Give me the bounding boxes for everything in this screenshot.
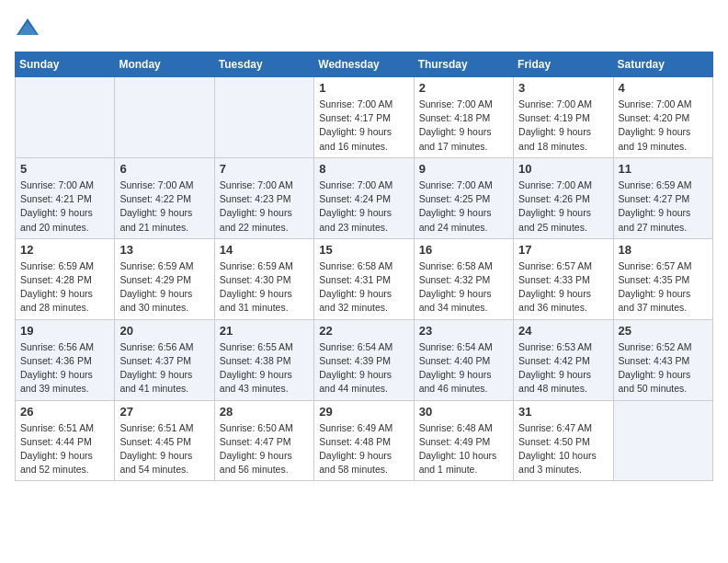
day-number: 15 bbox=[319, 243, 408, 257]
calendar-cell: 14Sunrise: 6:59 AMSunset: 4:30 PMDayligh… bbox=[214, 238, 313, 319]
day-number: 27 bbox=[119, 405, 209, 419]
cell-info: Sunrise: 6:47 AMSunset: 4:50 PMDaylight:… bbox=[518, 421, 608, 477]
calendar-cell: 27Sunrise: 6:51 AMSunset: 4:45 PMDayligh… bbox=[115, 400, 214, 481]
calendar-cell: 16Sunrise: 6:58 AMSunset: 4:32 PMDayligh… bbox=[414, 238, 513, 319]
calendar-cell bbox=[613, 400, 712, 481]
cell-info: Sunrise: 6:52 AMSunset: 4:43 PMDaylight:… bbox=[619, 340, 708, 396]
cell-info: Sunrise: 6:58 AMSunset: 4:31 PMDaylight:… bbox=[319, 259, 408, 316]
calendar-cell: 19Sunrise: 6:56 AMSunset: 4:36 PMDayligh… bbox=[16, 319, 115, 400]
cell-info: Sunrise: 6:51 AMSunset: 4:44 PMDaylight:… bbox=[20, 421, 109, 477]
calendar-header: SundayMondayTuesdayWednesdayThursdayFrid… bbox=[16, 52, 713, 77]
day-number: 16 bbox=[419, 243, 508, 257]
cell-info: Sunrise: 6:55 AMSunset: 4:38 PMDaylight:… bbox=[220, 340, 309, 396]
calendar-cell: 20Sunrise: 6:56 AMSunset: 4:37 PMDayligh… bbox=[115, 319, 214, 400]
calendar-cell: 21Sunrise: 6:55 AMSunset: 4:38 PMDayligh… bbox=[214, 319, 313, 400]
logo bbox=[15, 15, 44, 40]
cell-info: Sunrise: 6:53 AMSunset: 4:42 PMDaylight:… bbox=[518, 340, 608, 396]
cell-info: Sunrise: 6:59 AMSunset: 4:27 PMDaylight:… bbox=[619, 178, 708, 235]
calendar-cell: 11Sunrise: 6:59 AMSunset: 4:27 PMDayligh… bbox=[613, 157, 712, 238]
cell-info: Sunrise: 6:54 AMSunset: 4:40 PMDaylight:… bbox=[419, 340, 508, 396]
calendar-cell bbox=[115, 77, 214, 158]
day-number: 13 bbox=[119, 243, 209, 257]
calendar-week-row: 12Sunrise: 6:59 AMSunset: 4:28 PMDayligh… bbox=[16, 238, 713, 319]
weekday-header-tuesday: Tuesday bbox=[214, 52, 313, 77]
calendar-week-row: 26Sunrise: 6:51 AMSunset: 4:44 PMDayligh… bbox=[16, 400, 713, 481]
calendar-week-row: 19Sunrise: 6:56 AMSunset: 4:36 PMDayligh… bbox=[16, 319, 713, 400]
weekday-header-friday: Friday bbox=[514, 52, 613, 77]
calendar-cell: 18Sunrise: 6:57 AMSunset: 4:35 PMDayligh… bbox=[613, 238, 712, 319]
cell-info: Sunrise: 6:59 AMSunset: 4:28 PMDaylight:… bbox=[20, 259, 109, 316]
cell-info: Sunrise: 6:54 AMSunset: 4:39 PMDaylight:… bbox=[319, 340, 408, 396]
calendar-cell: 30Sunrise: 6:48 AMSunset: 4:49 PMDayligh… bbox=[414, 400, 513, 481]
cell-info: Sunrise: 6:56 AMSunset: 4:37 PMDaylight:… bbox=[119, 340, 209, 396]
day-number: 24 bbox=[518, 324, 608, 338]
calendar-cell: 25Sunrise: 6:52 AMSunset: 4:43 PMDayligh… bbox=[613, 319, 712, 400]
day-number: 3 bbox=[518, 81, 608, 95]
day-number: 28 bbox=[220, 405, 309, 419]
weekday-header-thursday: Thursday bbox=[414, 52, 513, 77]
calendar-cell: 28Sunrise: 6:50 AMSunset: 4:47 PMDayligh… bbox=[214, 400, 313, 481]
calendar-body: 1Sunrise: 7:00 AMSunset: 4:17 PMDaylight… bbox=[16, 77, 713, 481]
day-number: 20 bbox=[119, 324, 209, 338]
cell-info: Sunrise: 7:00 AMSunset: 4:22 PMDaylight:… bbox=[119, 178, 209, 235]
day-number: 25 bbox=[619, 324, 708, 338]
calendar-cell: 29Sunrise: 6:49 AMSunset: 4:48 PMDayligh… bbox=[314, 400, 414, 481]
cell-info: Sunrise: 6:56 AMSunset: 4:36 PMDaylight:… bbox=[20, 340, 109, 396]
cell-info: Sunrise: 7:00 AMSunset: 4:18 PMDaylight:… bbox=[419, 98, 508, 154]
cell-info: Sunrise: 7:00 AMSunset: 4:20 PMDaylight:… bbox=[619, 98, 708, 154]
weekday-header-monday: Monday bbox=[115, 52, 214, 77]
day-number: 21 bbox=[220, 324, 309, 338]
cell-info: Sunrise: 7:00 AMSunset: 4:23 PMDaylight:… bbox=[220, 178, 309, 235]
cell-info: Sunrise: 6:57 AMSunset: 4:33 PMDaylight:… bbox=[518, 259, 608, 316]
day-number: 18 bbox=[619, 243, 708, 257]
calendar-cell: 12Sunrise: 6:59 AMSunset: 4:28 PMDayligh… bbox=[16, 238, 115, 319]
day-number: 22 bbox=[319, 324, 408, 338]
day-number: 4 bbox=[619, 81, 708, 95]
cell-info: Sunrise: 6:48 AMSunset: 4:49 PMDaylight:… bbox=[419, 421, 508, 477]
day-number: 7 bbox=[220, 162, 309, 176]
calendar-cell: 22Sunrise: 6:54 AMSunset: 4:39 PMDayligh… bbox=[314, 319, 414, 400]
calendar-table: SundayMondayTuesdayWednesdayThursdayFrid… bbox=[15, 52, 713, 481]
day-number: 30 bbox=[419, 405, 508, 419]
calendar-cell: 26Sunrise: 6:51 AMSunset: 4:44 PMDayligh… bbox=[16, 400, 115, 481]
calendar-cell: 31Sunrise: 6:47 AMSunset: 4:50 PMDayligh… bbox=[514, 400, 613, 481]
cell-info: Sunrise: 6:59 AMSunset: 4:29 PMDaylight:… bbox=[119, 259, 209, 316]
day-number: 31 bbox=[518, 405, 608, 419]
cell-info: Sunrise: 7:00 AMSunset: 4:25 PMDaylight:… bbox=[419, 178, 508, 235]
day-number: 6 bbox=[119, 162, 209, 176]
cell-info: Sunrise: 7:00 AMSunset: 4:17 PMDaylight:… bbox=[319, 98, 408, 154]
calendar-cell: 3Sunrise: 7:00 AMSunset: 4:19 PMDaylight… bbox=[514, 77, 613, 158]
day-number: 23 bbox=[419, 324, 508, 338]
weekday-header-wednesday: Wednesday bbox=[314, 52, 414, 77]
calendar-cell: 5Sunrise: 7:00 AMSunset: 4:21 PMDaylight… bbox=[16, 157, 115, 238]
calendar-week-row: 5Sunrise: 7:00 AMSunset: 4:21 PMDaylight… bbox=[16, 157, 713, 238]
day-number: 10 bbox=[518, 162, 608, 176]
day-number: 14 bbox=[220, 243, 309, 257]
cell-info: Sunrise: 7:00 AMSunset: 4:24 PMDaylight:… bbox=[319, 178, 408, 235]
cell-info: Sunrise: 6:50 AMSunset: 4:47 PMDaylight:… bbox=[220, 421, 309, 477]
day-number: 5 bbox=[20, 162, 109, 176]
day-number: 2 bbox=[419, 81, 508, 95]
calendar-cell: 1Sunrise: 7:00 AMSunset: 4:17 PMDaylight… bbox=[314, 77, 414, 158]
cell-info: Sunrise: 7:00 AMSunset: 4:21 PMDaylight:… bbox=[20, 178, 109, 235]
calendar-cell: 7Sunrise: 7:00 AMSunset: 4:23 PMDaylight… bbox=[214, 157, 313, 238]
day-number: 12 bbox=[20, 243, 109, 257]
calendar-cell: 4Sunrise: 7:00 AMSunset: 4:20 PMDaylight… bbox=[613, 77, 712, 158]
calendar-cell bbox=[16, 77, 115, 158]
day-number: 17 bbox=[518, 243, 608, 257]
weekday-header-sunday: Sunday bbox=[16, 52, 115, 77]
calendar-week-row: 1Sunrise: 7:00 AMSunset: 4:17 PMDaylight… bbox=[16, 77, 713, 158]
day-number: 26 bbox=[20, 405, 109, 419]
calendar-cell: 17Sunrise: 6:57 AMSunset: 4:33 PMDayligh… bbox=[514, 238, 613, 319]
cell-info: Sunrise: 7:00 AMSunset: 4:26 PMDaylight:… bbox=[518, 178, 608, 235]
cell-info: Sunrise: 7:00 AMSunset: 4:19 PMDaylight:… bbox=[518, 98, 608, 154]
calendar-cell: 15Sunrise: 6:58 AMSunset: 4:31 PMDayligh… bbox=[314, 238, 414, 319]
calendar-cell: 10Sunrise: 7:00 AMSunset: 4:26 PMDayligh… bbox=[514, 157, 613, 238]
cell-info: Sunrise: 6:59 AMSunset: 4:30 PMDaylight:… bbox=[220, 259, 309, 316]
logo-icon bbox=[15, 15, 40, 40]
calendar-cell: 9Sunrise: 7:00 AMSunset: 4:25 PMDaylight… bbox=[414, 157, 513, 238]
cell-info: Sunrise: 6:57 AMSunset: 4:35 PMDaylight:… bbox=[619, 259, 708, 316]
calendar-cell: 6Sunrise: 7:00 AMSunset: 4:22 PMDaylight… bbox=[115, 157, 214, 238]
day-number: 9 bbox=[419, 162, 508, 176]
calendar-cell: 2Sunrise: 7:00 AMSunset: 4:18 PMDaylight… bbox=[414, 77, 513, 158]
